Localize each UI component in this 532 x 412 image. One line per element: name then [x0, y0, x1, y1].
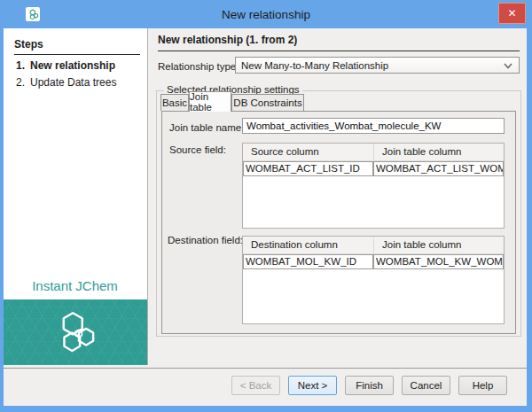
- help-button[interactable]: Help: [458, 376, 507, 395]
- destination-field-label: Destination field:: [168, 235, 243, 245]
- brand-logo-block: [4, 299, 148, 365]
- tab-label: DB Constraints: [233, 97, 301, 108]
- table-header-row: Destination column Join table column: [243, 237, 504, 254]
- column-header: Source column: [243, 144, 373, 160]
- column-header: Join table column: [373, 237, 504, 253]
- step-item-update-data-trees: 2. Update Data trees: [16, 76, 147, 89]
- table-row: WOMBAT_MOL_KW_ID WOMBAT_MOL_KW_WOMBA...: [243, 254, 504, 269]
- join-table-column-cell[interactable]: WOMBAT_MOL_KW_WOMBA...: [373, 254, 504, 269]
- tab-label: Basic: [162, 97, 187, 108]
- relationship-type-select[interactable]: New Many-to-Many Relationship: [235, 57, 520, 74]
- join-table-name-label: Join table name:: [169, 122, 244, 133]
- hexagons-logo-icon: [52, 311, 98, 354]
- source-field-label: Source field:: [169, 144, 226, 155]
- step-number: 2.: [16, 76, 30, 89]
- dialog-window: New relationship ✕ Steps 1. New relation…: [0, 0, 532, 412]
- step-number: 1.: [16, 59, 30, 72]
- column-header: Join table column: [373, 144, 504, 160]
- finish-button[interactable]: Finish: [345, 376, 394, 395]
- join-table-tab-panel: Join table name: Source field: Source co…: [161, 111, 516, 334]
- join-table-column-cell[interactable]: WOMBAT_ACT_LIST_WOMB...: [373, 161, 504, 176]
- tab-join-table[interactable]: Join table: [189, 91, 231, 112]
- step-label: New relationship: [30, 59, 115, 72]
- join-table-name-input[interactable]: [242, 118, 505, 134]
- chevron-down-icon: [504, 63, 512, 69]
- relationship-type-label: Relationship type:: [158, 61, 239, 72]
- table-row: WOMBAT_ACT_LIST_ID WOMBAT_ACT_LIST_WOMB.…: [243, 161, 504, 176]
- page-title: New relationship (1. from 2): [158, 34, 520, 51]
- relationship-type-value: New Many-to-Many Relationship: [241, 60, 388, 71]
- source-column-cell[interactable]: WOMBAT_ACT_LIST_ID: [243, 161, 373, 176]
- tab-basic[interactable]: Basic: [160, 94, 189, 111]
- cancel-button[interactable]: Cancel: [402, 376, 450, 395]
- column-header: Destination column: [243, 237, 373, 253]
- titlebar: New relationship ✕: [0, 0, 532, 28]
- back-button[interactable]: < Back: [231, 376, 280, 395]
- destination-column-cell[interactable]: WOMBAT_MOL_KW_ID: [243, 254, 373, 269]
- steps-heading: Steps: [14, 38, 140, 55]
- tab-label: Join table: [190, 91, 231, 113]
- step-item-new-relationship: 1. New relationship: [16, 59, 147, 72]
- window-title: New relationship: [0, 0, 532, 28]
- close-button[interactable]: ✕: [498, 3, 526, 24]
- tab-db-constraints[interactable]: DB Constraints: [231, 94, 304, 111]
- close-icon: ✕: [507, 7, 516, 19]
- wizard-content: New relationship (1. from 2) Relationshi…: [148, 28, 527, 368]
- brand-text: Instant JChem: [4, 278, 146, 293]
- button-bar: < Back Next > Finish Cancel Help: [4, 368, 527, 406]
- next-button[interactable]: Next >: [288, 376, 337, 395]
- table-header-row: Source column Join table column: [243, 144, 504, 161]
- source-field-table: Source column Join table column WOMBAT_A…: [242, 143, 505, 229]
- step-label: Update Data trees: [30, 76, 116, 89]
- destination-field-table: Destination column Join table column WOM…: [242, 236, 505, 324]
- wizard-steps-panel: Steps 1. New relationship 2. Update Data…: [4, 28, 148, 299]
